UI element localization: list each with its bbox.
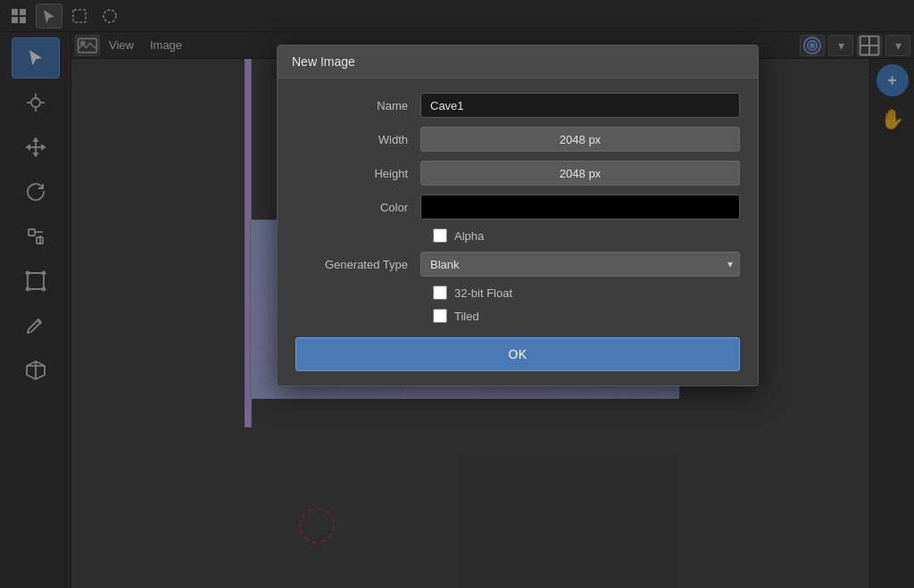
modal-overlay: New Image Name Width 2048 px Height 2048…: [0, 0, 914, 588]
height-label: Height: [295, 167, 420, 180]
name-input[interactable]: [420, 93, 740, 118]
tiled-label: Tiled: [454, 310, 479, 323]
height-value[interactable]: 2048 px: [420, 161, 740, 186]
generated-type-select-wrapper: Blank UV Grid Color Grid ▾: [420, 252, 740, 277]
new-image-dialog: New Image Name Width 2048 px Height 2048…: [277, 45, 759, 386]
width-value[interactable]: 2048 px: [420, 127, 740, 152]
name-label: Name: [295, 99, 420, 112]
name-row: Name: [295, 93, 740, 118]
generated-type-select[interactable]: Blank UV Grid Color Grid: [420, 252, 740, 277]
dialog-body: Name Width 2048 px Height 2048 px Color: [278, 79, 758, 385]
width-row: Width 2048 px: [295, 127, 740, 152]
generated-type-label: Generated Type: [295, 258, 420, 271]
color-row: Color: [295, 195, 740, 219]
float32-label: 32-bit Float: [454, 286, 512, 300]
color-label: Color: [295, 201, 420, 214]
tiled-row: Tiled: [295, 309, 740, 323]
alpha-row: Alpha: [295, 228, 740, 243]
alpha-checkbox[interactable]: [433, 228, 447, 243]
ok-button[interactable]: OK: [295, 337, 740, 371]
alpha-label: Alpha: [454, 229, 484, 243]
width-label: Width: [295, 133, 420, 146]
dialog-title: New Image: [278, 46, 758, 79]
generated-type-row: Generated Type Blank UV Grid Color Grid …: [295, 252, 740, 277]
float32-row: 32-bit Float: [295, 286, 740, 300]
height-row: Height 2048 px: [295, 161, 740, 186]
color-swatch[interactable]: [420, 195, 740, 219]
tiled-checkbox[interactable]: [433, 309, 447, 323]
float32-checkbox[interactable]: [433, 286, 447, 300]
